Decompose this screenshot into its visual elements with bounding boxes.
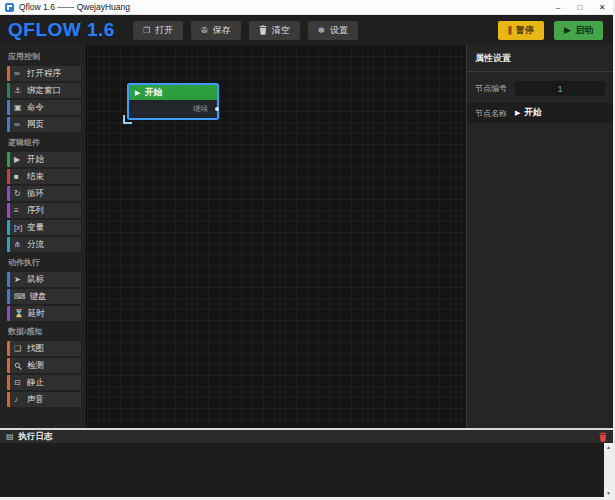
play-icon: ▶ (515, 109, 520, 117)
toolbar-button-trash[interactable]: 清空 (249, 21, 300, 40)
toolbar-button-gear[interactable]: ☸设置 (308, 21, 358, 40)
sidebar-item-label: 找图 (27, 343, 44, 355)
play-box-icon: ▶ (14, 155, 23, 164)
sidebar-item-link[interactable]: ∞网页 (7, 117, 81, 132)
flow-canvas[interactable]: ▶ 开始 继续 (86, 45, 466, 428)
anchor-icon: ⚓ (14, 86, 23, 95)
node-id-label: 节点编号 (475, 83, 507, 94)
still-icon: ⊡ (14, 378, 23, 387)
scroll-down-icon[interactable]: ▼ (604, 489, 613, 497)
sidebar-item-variable[interactable]: [x]变量 (7, 220, 81, 235)
pause-icon: ∥ (508, 25, 513, 35)
main-area: 应用控制∞打开程序⚓绑定窗口▣命令∞网页逻辑组件▶开始■结束↻循环≡序列[x]变… (0, 45, 613, 428)
sidebar: 应用控制∞打开程序⚓绑定窗口▣命令∞网页逻辑组件▶开始■结束↻循环≡序列[x]变… (0, 45, 86, 428)
continue-port-dot[interactable] (215, 107, 219, 111)
sidebar-section-title: 动作执行 (0, 254, 86, 270)
sidebar-item-branch[interactable]: ⋔分流 (7, 237, 81, 252)
log-document-icon: ▤ (6, 432, 14, 441)
app-logo: QFLOW 1.6 (8, 19, 115, 41)
continue-port-label: 继续 (193, 104, 208, 114)
toolbar-button-open-folder[interactable]: ❐打开 (133, 21, 183, 40)
sidebar-item-label: 序列 (27, 205, 44, 217)
titlebar: Qflow 1.6 —— QwejayHuang – □ ✕ (0, 0, 613, 15)
node-name-text: 开始 (524, 107, 541, 119)
window-title: Qflow 1.6 —— QwejayHuang (19, 2, 130, 12)
hourglass-icon: ⌛ (14, 309, 24, 318)
node-name-value: ▶ 开始 (515, 107, 541, 119)
sidebar-item-play-box[interactable]: ▶开始 (7, 152, 81, 167)
node-name-row: 节点名称 ▶ 开始 (467, 103, 613, 123)
link-icon: ∞ (14, 69, 23, 78)
toolbar-button-save[interactable]: ✇保存 (191, 21, 241, 40)
sidebar-item-stop-box[interactable]: ■结束 (7, 169, 81, 184)
sidebar-item-terminal[interactable]: ▣命令 (7, 100, 81, 115)
clear-log-trash-icon[interactable] (599, 432, 607, 442)
start-node-header[interactable]: ▶ 开始 (129, 85, 217, 100)
pause-label: 暂停 (516, 24, 534, 37)
log-bar: ▤ 执行日志 (0, 428, 613, 443)
pause-button[interactable]: ∥ 暂停 (498, 21, 545, 40)
image-icon: ❏ (14, 344, 23, 353)
sidebar-item-label: 命令 (27, 102, 44, 114)
gear-icon: ☸ (318, 26, 325, 35)
sidebar-item-still[interactable]: ⊡静止 (7, 375, 81, 390)
sidebar-item-label: 结束 (27, 171, 44, 183)
run-controls: ∥ 暂停 ▶ 启动 (498, 21, 603, 40)
log-content: ▲ ▼ (0, 443, 613, 497)
toolbar-buttons: ❐打开✇保存清空☸设置 (133, 21, 358, 40)
sidebar-item-anchor[interactable]: ⚓绑定窗口 (7, 83, 81, 98)
variable-icon: [x] (14, 223, 23, 232)
sidebar-item-magnifier[interactable]: 检测 (7, 358, 81, 373)
start-node-body[interactable]: 继续 (129, 100, 217, 118)
sidebar-item-label: 绑定窗口 (27, 85, 61, 97)
window-controls: – □ ✕ (547, 0, 613, 14)
sidebar-item-label: 检测 (27, 360, 44, 372)
maximize-button[interactable]: □ (569, 0, 591, 14)
properties-panel: 属性设置 节点编号 1 节点名称 ▶ 开始 (466, 45, 613, 428)
sidebar-item-sound[interactable]: ♪声音 (7, 392, 81, 407)
sidebar-item-label: 变量 (27, 222, 44, 234)
sidebar-item-label: 键盘 (30, 291, 47, 303)
sidebar-item-cursor[interactable]: ➤鼠标 (7, 272, 81, 287)
sidebar-item-label: 延时 (28, 308, 45, 320)
sidebar-item-label: 开始 (27, 154, 44, 166)
keyboard-icon: ⌨ (14, 292, 26, 301)
sidebar-item-keyboard[interactable]: ⌨键盘 (7, 289, 81, 304)
node-id-input[interactable]: 1 (515, 81, 605, 96)
minimize-button[interactable]: – (547, 0, 569, 14)
terminal-icon: ▣ (14, 103, 23, 112)
start-button[interactable]: ▶ 启动 (554, 21, 603, 40)
sidebar-item-loop[interactable]: ↻循环 (7, 186, 81, 201)
toolbar: QFLOW 1.6 ❐打开✇保存清空☸设置 ∥ 暂停 ▶ 启动 (0, 15, 613, 45)
sidebar-item-label: 静止 (27, 377, 44, 389)
properties-title: 属性设置 (467, 45, 613, 72)
node-name-label: 节点名称 (475, 108, 507, 119)
log-title: 执行日志 (19, 431, 53, 443)
toolbar-button-label: 设置 (330, 24, 348, 37)
play-icon: ▶ (135, 89, 140, 97)
sidebar-item-label: 鼠标 (27, 274, 44, 286)
link-icon: ∞ (14, 120, 23, 129)
cursor-icon: ➤ (14, 275, 23, 284)
sidebar-item-image[interactable]: ❏找图 (7, 341, 81, 356)
app-window: Qflow 1.6 —— QwejayHuang – □ ✕ QFLOW 1.6… (0, 0, 615, 500)
sidebar-section-title: 逻辑组件 (0, 134, 86, 150)
toolbar-button-label: 清空 (272, 24, 290, 37)
start-node-title: 开始 (144, 86, 162, 99)
sound-icon: ♪ (14, 395, 23, 404)
sidebar-item-label: 分流 (27, 239, 44, 251)
sidebar-item-link[interactable]: ∞打开程序 (7, 66, 81, 81)
start-node[interactable]: ▶ 开始 继续 (129, 85, 217, 118)
stop-box-icon: ■ (14, 172, 23, 181)
sidebar-item-label: 打开程序 (27, 68, 61, 80)
sidebar-section-title: 应用控制 (0, 48, 86, 64)
save-icon: ✇ (201, 26, 208, 35)
trash-icon (259, 25, 267, 35)
scroll-up-icon[interactable]: ▲ (604, 443, 613, 451)
log-scrollbar[interactable]: ▲ ▼ (604, 443, 613, 497)
branch-icon: ⋔ (14, 240, 23, 249)
node-id-row: 节点编号 1 (475, 81, 605, 96)
sidebar-item-hourglass[interactable]: ⌛延时 (7, 306, 81, 321)
close-button[interactable]: ✕ (591, 0, 613, 14)
sidebar-item-list[interactable]: ≡序列 (7, 203, 81, 218)
